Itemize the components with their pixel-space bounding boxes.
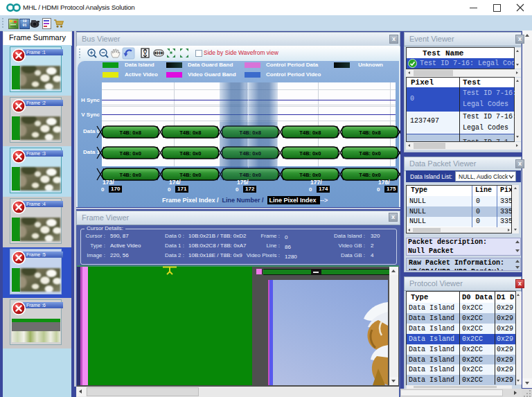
svg-text:H: H xyxy=(157,51,160,55)
svg-text:T4B: 0x0: T4B: 0x0 xyxy=(120,150,141,157)
svg-text:T4B: 0x0: T4B: 0x0 xyxy=(359,150,380,157)
svg-text:T4B: 0x0: T4B: 0x0 xyxy=(179,172,201,178)
svg-text:T4B: 0x0: T4B: 0x0 xyxy=(120,172,141,178)
svg-text:T4B: 0x8: T4B: 0x8 xyxy=(120,130,141,136)
svg-text:T4B: 0x0: T4B: 0x0 xyxy=(299,172,321,178)
svg-text:V: V xyxy=(143,50,147,56)
svg-text:T4B: 0x8: T4B: 0x8 xyxy=(359,130,380,136)
svg-text:T4B: 0x0: T4B: 0x0 xyxy=(299,150,321,157)
svg-text:T4B: 0x0: T4B: 0x0 xyxy=(359,172,380,178)
svg-text:T4B: 0x8: T4B: 0x8 xyxy=(179,130,201,136)
svg-text:T4B: 0x8: T4B: 0x8 xyxy=(299,130,321,136)
svg-text:T4B: 0x0: T4B: 0x0 xyxy=(179,150,201,157)
